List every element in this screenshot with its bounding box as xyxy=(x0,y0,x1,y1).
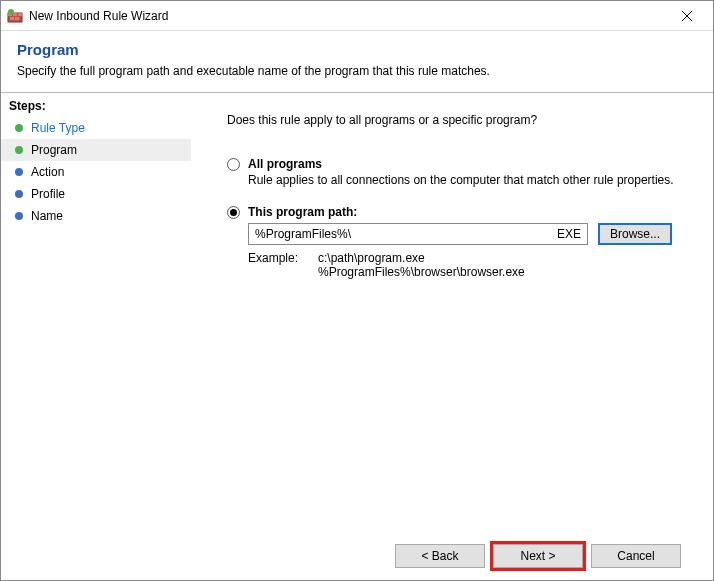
bullet-icon xyxy=(15,124,23,132)
option-this-program-path[interactable]: This program path: xyxy=(227,205,697,219)
svg-rect-3 xyxy=(18,13,22,16)
browse-button[interactable]: Browse... xyxy=(598,223,672,245)
back-button[interactable]: < Back xyxy=(395,544,485,568)
steps-sidebar: Steps: Rule TypeProgramActionProfileName xyxy=(1,92,191,580)
program-path-value: %ProgramFiles%\ xyxy=(255,227,557,241)
option-all-label: All programs xyxy=(248,157,322,171)
window-title: New Inbound Rule Wizard xyxy=(29,9,667,23)
radio-all-programs[interactable] xyxy=(227,158,240,171)
next-button[interactable]: Next > xyxy=(493,544,583,568)
wizard-header: Program Specify the full program path an… xyxy=(1,31,713,92)
titlebar: New Inbound Rule Wizard xyxy=(1,1,713,31)
program-path-row: %ProgramFiles%\ EXE Browse... xyxy=(248,223,697,245)
content-prompt: Does this rule apply to all programs or … xyxy=(227,113,697,127)
wizard-content: Does this rule apply to all programs or … xyxy=(227,93,697,532)
step-label: Profile xyxy=(31,187,65,201)
firewall-wizard-icon xyxy=(7,8,23,24)
page-description: Specify the full program path and execut… xyxy=(17,64,697,78)
bullet-icon xyxy=(15,190,23,198)
wizard-main: Does this rule apply to all programs or … xyxy=(191,92,713,580)
radio-this-program-path[interactable] xyxy=(227,206,240,219)
bullet-icon xyxy=(15,146,23,154)
wizard-body: Steps: Rule TypeProgramActionProfileName… xyxy=(1,92,713,580)
option-path-label: This program path: xyxy=(248,205,357,219)
step-label: Action xyxy=(31,165,64,179)
step-rule-type[interactable]: Rule Type xyxy=(1,117,191,139)
cancel-button[interactable]: Cancel xyxy=(591,544,681,568)
example-paths: c:\path\program.exe %ProgramFiles%\brows… xyxy=(318,251,525,279)
example-block: Example: c:\path\program.exe %ProgramFil… xyxy=(248,251,697,279)
svg-point-6 xyxy=(8,9,14,15)
step-label: Program xyxy=(31,143,77,157)
step-label: Rule Type xyxy=(31,121,85,135)
wizard-window: New Inbound Rule Wizard Program Specify … xyxy=(0,0,714,581)
close-button[interactable] xyxy=(667,2,707,30)
step-label: Name xyxy=(31,209,63,223)
bullet-icon xyxy=(15,212,23,220)
program-path-input[interactable]: %ProgramFiles%\ EXE xyxy=(248,223,588,245)
steps-heading: Steps: xyxy=(1,97,191,117)
wizard-footer: < Back Next > Cancel xyxy=(227,532,697,580)
step-name[interactable]: Name xyxy=(1,205,191,227)
example-label: Example: xyxy=(248,251,318,279)
step-program[interactable]: Program xyxy=(1,139,191,161)
option-all-programs[interactable]: All programs xyxy=(227,157,697,171)
step-profile[interactable]: Profile xyxy=(1,183,191,205)
option-all-sub: Rule applies to all connections on the c… xyxy=(248,173,697,187)
svg-rect-4 xyxy=(10,17,14,20)
page-title: Program xyxy=(17,41,697,58)
svg-rect-5 xyxy=(15,17,19,20)
step-action[interactable]: Action xyxy=(1,161,191,183)
program-path-ext: EXE xyxy=(557,227,581,241)
bullet-icon xyxy=(15,168,23,176)
